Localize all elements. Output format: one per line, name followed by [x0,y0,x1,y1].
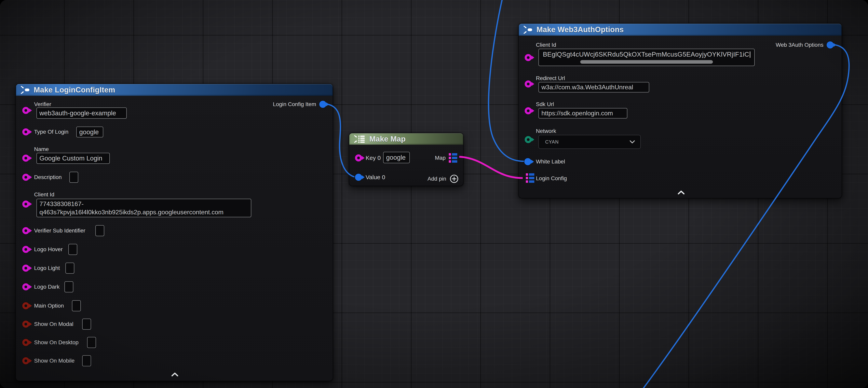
type-of-login-input[interactable]: google [76,126,103,138]
pin-network[interactable] [525,136,532,143]
pin-label-client-id: Client Id [536,42,556,48]
pin-label-description: Description [34,174,62,180]
make-map-icon [354,135,365,143]
sdk-url-input[interactable]: https://sdk.openlogin.com [538,108,627,118]
add-pin-label: Add pin [428,176,446,182]
pin-label-login-config-item: Login Config Item [273,101,316,108]
add-pin-icon [450,174,459,184]
blueprint-graph-canvas[interactable]: Make LoginConfigItem Verifier web3auth-g… [0,0,868,388]
make-struct-icon [21,86,30,94]
key-0-input[interactable]: google [383,152,410,163]
pin-label-value-0: Value 0 [366,174,385,181]
pin-label-main-option: Main Option [34,303,64,309]
network-dropdown[interactable]: CYAN [538,135,641,149]
pin-label-logo-light: Logo Light [34,265,60,271]
pin-label-web3auth-options: Web 3Auth Options [776,42,824,48]
pin-logo-light[interactable] [22,265,29,272]
pin-label-show-on-modal: Show On Modal [34,321,73,327]
pin-map-out[interactable] [449,153,457,163]
show-on-desktop-checkbox[interactable] [87,337,96,348]
verifier-input[interactable]: web3auth-google-example [36,108,127,119]
add-pin-button[interactable]: Add pin [428,174,459,184]
verifier-sub-identifier-input[interactable] [95,225,104,236]
logo-dark-input[interactable] [64,281,73,292]
show-on-mobile-checkbox[interactable] [82,355,91,366]
collapse-node-chevron-icon[interactable] [171,372,179,377]
client-id-input[interactable]: 774338308167- q463s7kpvja16l4l0kko3nb925… [36,199,251,217]
pin-logo-dark[interactable] [22,283,29,290]
node-title: Make Web3AuthOptions [536,25,624,34]
pin-name[interactable] [22,155,29,162]
logo-light-input[interactable] [65,263,74,274]
pin-client-id[interactable] [22,201,29,208]
pin-show-on-desktop[interactable] [22,339,29,346]
pin-description[interactable] [22,174,29,181]
name-input[interactable]: Google Custom Login [36,153,110,164]
node-header-make-map[interactable]: Make Map [349,133,463,145]
pin-main-option[interactable] [22,302,29,309]
pin-key-0[interactable] [355,154,362,161]
pin-label-type-of-login: Type Of Login [34,129,68,135]
collapse-node-chevron-icon[interactable] [677,190,685,195]
description-input[interactable] [69,172,78,183]
redirect-url-input[interactable]: w3a://com.w3a.Web3AuthUnreal [538,82,649,92]
client-id-scrollbar-thumb[interactable] [580,60,713,64]
pin-row-login-config-item-out: Login Config Item [273,101,327,108]
client-id-input[interactable]: BEglQSgt4cUWcj6SKRdu5QkOXTsePmMcusG5EAoy… [538,49,755,66]
pin-show-on-modal[interactable] [22,321,29,328]
pin-label-verifier: Verifier [34,101,51,108]
pin-row-map-out: Map [435,153,457,163]
pin-label-show-on-desktop: Show On Desktop [34,339,79,346]
pin-label-logo-dark: Logo Dark [34,284,60,290]
show-on-modal-checkbox[interactable] [82,319,91,330]
pin-label-name: Name [34,146,49,152]
pin-sdk-url[interactable] [525,107,532,114]
make-struct-icon [524,26,532,34]
pin-value-0[interactable] [355,174,362,181]
main-option-checkbox[interactable] [72,300,81,311]
node-make-map[interactable]: Make Map Key 0 google Map Value 0 Add pi… [349,133,464,186]
pin-label-map: Map [435,155,446,161]
node-header-make-web3authoptions[interactable]: Make Web3AuthOptions [519,24,842,36]
pin-label-logo-hover: Logo Hover [34,246,63,252]
pin-login-config[interactable] [526,173,534,183]
pin-label-key-0: Key 0 [366,155,381,161]
pin-label-client-id: Client Id [34,191,54,198]
pin-show-on-mobile[interactable] [22,357,29,364]
logo-hover-input[interactable] [68,244,77,255]
pin-label-redirect-url: Redirect Url [536,75,565,82]
network-dropdown-value: CYAN [545,139,559,145]
pin-label-verifier-sub-identifier: Verifier Sub Identifier [34,228,85,234]
node-header-make-loginconfigitem[interactable]: Make LoginConfigItem [16,84,333,96]
pin-web3auth-options-out[interactable] [827,41,834,49]
pin-label-show-on-mobile: Show On Mobile [34,358,74,364]
pin-verifier[interactable] [22,107,29,114]
node-title: Make Map [369,135,406,143]
pin-logo-hover[interactable] [22,246,29,253]
pin-label-white-label: White Label [536,158,565,165]
pin-client-id[interactable] [525,54,532,61]
chevron-down-icon [629,140,635,144]
pin-label-login-config: Login Config [536,175,567,182]
pin-type-of-login[interactable] [22,128,29,136]
pin-verifier-sub-identifier[interactable] [22,227,29,234]
pin-redirect-url[interactable] [525,81,532,88]
node-make-loginconfigitem[interactable]: Make LoginConfigItem Verifier web3auth-g… [16,84,333,381]
pin-row-web3auth-options-out: Web 3Auth Options [776,41,834,49]
pin-white-label[interactable] [524,158,531,165]
pin-label-network: Network [536,128,556,134]
pin-label-sdk-url: Sdk Url [536,101,554,108]
node-title: Make LoginConfigItem [34,86,115,94]
